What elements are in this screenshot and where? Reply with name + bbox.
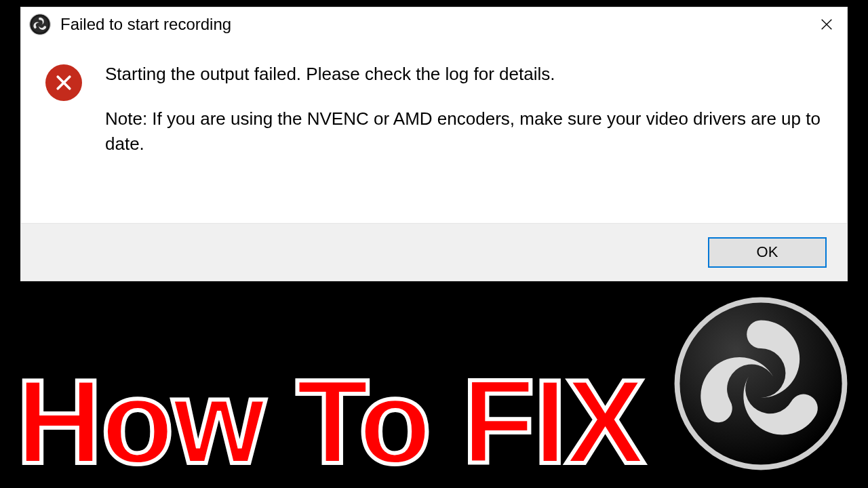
- obs-app-icon: [29, 14, 51, 35]
- obs-logo-large: [673, 296, 849, 472]
- dialog-message: Starting the output failed. Please check…: [105, 62, 823, 216]
- message-primary: Starting the output failed. Please check…: [105, 62, 823, 87]
- error-dialog: Failed to start recording Starting the o…: [20, 7, 848, 281]
- title-bar: Failed to start recording: [21, 7, 847, 41]
- close-button[interactable]: [813, 11, 840, 38]
- dialog-title: Failed to start recording: [60, 15, 813, 34]
- error-icon: [45, 64, 82, 101]
- dialog-button-row: OK: [21, 223, 847, 281]
- message-note: Note: If you are using the NVENC or AMD …: [105, 106, 823, 157]
- ok-button[interactable]: OK: [708, 237, 827, 268]
- thumbnail-caption: How To FIX: [16, 362, 644, 481]
- dialog-body: Starting the output failed. Please check…: [21, 41, 847, 223]
